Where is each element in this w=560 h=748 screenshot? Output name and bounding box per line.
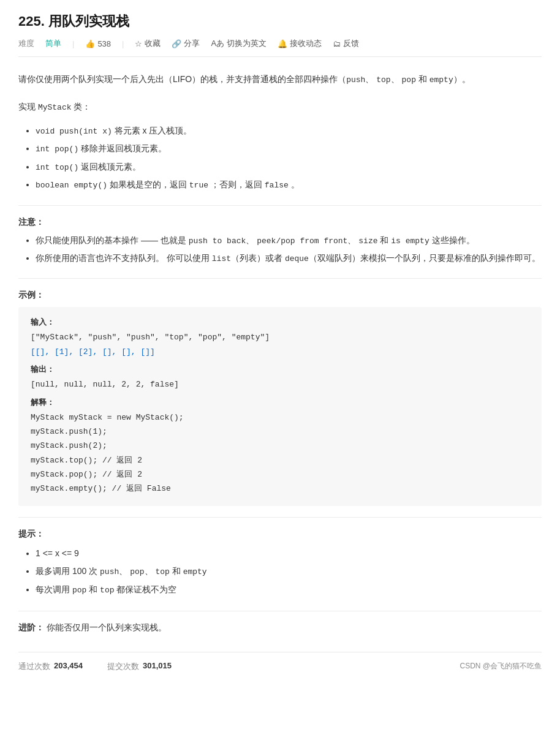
hint-2: 最多调用 100 次 push、 pop、 top 和 empty <box>36 562 542 580</box>
hint-title: 提示： <box>18 529 542 540</box>
divider-1 <box>18 205 542 206</box>
advanced-label: 进阶： <box>18 622 44 632</box>
input-line1: ["MyStack", "push", "push", "top", "pop"… <box>31 330 529 344</box>
advanced-text: 你能否仅用一个队列来实现栈。 <box>47 622 167 632</box>
example-title: 示例： <box>18 290 542 301</box>
submit-label: 提交次数 <box>107 661 139 672</box>
explain-line-6: myStack.empty(); // 返回 False <box>31 482 529 496</box>
method-push: void push(int x) 将元素 x 压入栈顶。 <box>36 122 542 140</box>
methods-list: void push(int x) 将元素 x 压入栈顶。 int pop() 移… <box>18 122 542 194</box>
note-2: 你所使用的语言也许不支持队列。 你可以使用 list（列表）或者 deque（双… <box>36 249 542 267</box>
pass-label: 通过次数 <box>18 661 50 672</box>
problem-description: 请你仅使用两个队列实现一个后入先出（LIFO）的栈，并支持普通栈的全部四种操作（… <box>18 70 542 88</box>
notes-list: 你只能使用队列的基本操作 —— 也就是 push to back、 peek/p… <box>18 232 542 268</box>
explain-line-2: myStack.push(1); <box>31 425 529 439</box>
star-icon: ☆ <box>135 39 142 48</box>
explain-line-5: myStack.pop(); // 返回 2 <box>31 467 529 482</box>
hint-3: 每次调用 pop 和 top 都保证栈不为空 <box>36 581 542 599</box>
feedback-icon: 🗂 <box>333 39 341 48</box>
advanced-section: 进阶： 你能否仅用一个队列来实现栈。 <box>18 622 542 633</box>
share-button[interactable]: 🔗 分享 <box>172 38 200 49</box>
problem-title: 225. 用队列实现栈 <box>18 12 542 31</box>
method-top: int top() 返回栈顶元素。 <box>36 158 542 176</box>
collect-button[interactable]: ☆ 收藏 <box>135 38 161 49</box>
note-1: 你只能使用队列的基本操作 —— 也就是 push to back、 peek/p… <box>36 232 542 249</box>
output-line: [null, null, null, 2, 2, false] <box>31 377 529 391</box>
share-icon: 🔗 <box>172 39 181 48</box>
submit-count: 301,015 <box>143 661 172 672</box>
pass-count: 203,454 <box>54 661 83 672</box>
explain-label: 解释： <box>31 397 529 408</box>
meta-bar: 难度 简单 | 👍 538 | ☆ 收藏 🔗 分享 Aあ 切换为英文 🔔 接收动… <box>18 38 542 57</box>
divider-3 <box>18 517 542 518</box>
footer-stats: 通过次数 203,454 提交次数 301,015 CSDN @会飞的猫不吃鱼 <box>18 652 542 672</box>
example-section: 示例： 输入： ["MyStack", "push", "push", "top… <box>18 290 542 506</box>
submit-count-item: 提交次数 301,015 <box>107 661 172 672</box>
method-pop: int pop() 移除并返回栈顶元素。 <box>36 140 542 157</box>
divider-4 <box>18 611 542 611</box>
divider-2 <box>18 278 542 279</box>
explain-line-1: MyStack myStack = new MyStack(); <box>31 410 529 425</box>
thumbs-up-icon: 👍 <box>85 39 95 48</box>
pass-count-item: 通过次数 203,454 <box>18 661 83 672</box>
implement-label: 实现 MyStack 类： <box>18 98 542 116</box>
likes-button[interactable]: 👍 538 <box>85 39 111 48</box>
explain-line-3: myStack.push(2); <box>31 439 529 453</box>
note-section: 注意： 你只能使用队列的基本操作 —— 也就是 push to back、 pe… <box>18 217 542 268</box>
difficulty-value[interactable]: 简单 <box>45 38 61 49</box>
input-label: 输入： <box>31 317 529 328</box>
output-label: 输出： <box>31 364 529 375</box>
hint-1: 1 <= x <= 9 <box>36 545 542 562</box>
hint-section: 提示： 1 <= x <= 9 最多调用 100 次 push、 pop、 to… <box>18 529 542 599</box>
likes-count: 538 <box>97 39 111 48</box>
note-title: 注意： <box>18 217 542 228</box>
explain-line-4: myStack.top(); // 返回 2 <box>31 453 529 467</box>
translate-button[interactable]: Aあ 切换为英文 <box>211 38 267 49</box>
translate-icon: Aあ <box>211 38 224 49</box>
watermark: CSDN @会飞的猫不吃鱼 <box>460 661 542 672</box>
notify-button[interactable]: 🔔 接收动态 <box>278 38 322 49</box>
feedback-button[interactable]: 🗂 反馈 <box>333 38 359 49</box>
hints-list: 1 <= x <= 9 最多调用 100 次 push、 pop、 top 和 … <box>18 545 542 599</box>
difficulty-label: 难度 <box>18 38 34 49</box>
method-empty: boolean empty() 如果栈是空的，返回 true ；否则，返回 fa… <box>36 176 542 194</box>
main-container: 225. 用队列实现栈 难度 简单 | 👍 538 | ☆ 收藏 🔗 分享 Aあ… <box>0 0 560 690</box>
input-line2: [[], [1], [2], [], [], []] <box>31 345 529 359</box>
bell-icon: 🔔 <box>278 39 287 48</box>
example-box: 输入： ["MyStack", "push", "push", "top", "… <box>18 307 542 506</box>
